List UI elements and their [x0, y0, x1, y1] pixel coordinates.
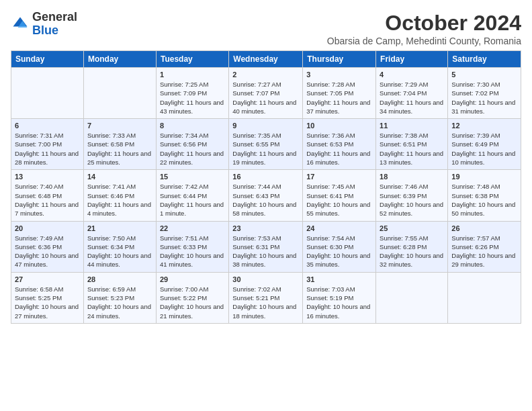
calendar-week-3: 13Sunrise: 7:40 AM Sunset: 6:48 PM Dayli… [11, 170, 521, 221]
logo-general: General [32, 10, 77, 24]
day-info: Sunrise: 7:28 AM Sunset: 7:05 PM Dayligh… [306, 80, 372, 116]
day-info: Sunrise: 7:31 AM Sunset: 7:00 PM Dayligh… [15, 131, 80, 167]
calendar-cell: 31Sunrise: 7:03 AM Sunset: 5:19 PM Dayli… [303, 272, 376, 323]
day-info: Sunrise: 7:45 AM Sunset: 6:41 PM Dayligh… [306, 182, 372, 218]
day-info: Sunrise: 7:40 AM Sunset: 6:48 PM Dayligh… [15, 182, 80, 218]
day-info: Sunrise: 7:35 AM Sunset: 6:55 PM Dayligh… [232, 131, 299, 167]
calendar-cell: 8Sunrise: 7:34 AM Sunset: 6:56 PM Daylig… [156, 119, 228, 170]
day-info: Sunrise: 7:03 AM Sunset: 5:19 PM Dayligh… [306, 285, 372, 320]
weekday-header-tuesday: Tuesday [156, 51, 228, 68]
day-info: Sunrise: 7:42 AM Sunset: 6:44 PM Dayligh… [160, 182, 225, 218]
weekday-header-wednesday: Wednesday [229, 51, 303, 68]
day-number: 25 [380, 224, 444, 232]
day-number: 23 [232, 224, 299, 232]
day-number: 14 [87, 173, 152, 181]
calendar-cell: 19Sunrise: 7:48 AM Sunset: 6:38 PM Dayli… [448, 170, 521, 221]
logo-blue: Blue [32, 24, 58, 37]
calendar-cell: 28Sunrise: 6:59 AM Sunset: 5:23 PM Dayli… [83, 272, 156, 323]
day-number: 15 [160, 173, 225, 181]
day-info: Sunrise: 7:00 AM Sunset: 5:22 PM Dayligh… [160, 285, 225, 320]
day-number: 8 [160, 122, 225, 130]
day-info: Sunrise: 7:57 AM Sunset: 6:26 PM Dayligh… [451, 234, 517, 269]
calendar-cell: 15Sunrise: 7:42 AM Sunset: 6:44 PM Dayli… [156, 170, 228, 221]
day-info: Sunrise: 7:38 AM Sunset: 6:51 PM Dayligh… [380, 131, 444, 167]
calendar-cell: 30Sunrise: 7:02 AM Sunset: 5:21 PM Dayli… [229, 272, 303, 323]
calendar-cell: 24Sunrise: 7:54 AM Sunset: 6:30 PM Dayli… [303, 221, 376, 272]
title-block: October 2024 Obarsia de Camp, Mehedinti … [327, 11, 521, 46]
weekday-header-thursday: Thursday [303, 51, 376, 68]
calendar-cell: 7Sunrise: 7:33 AM Sunset: 6:58 PM Daylig… [83, 119, 156, 170]
weekday-header-monday: Monday [83, 51, 156, 68]
day-number: 7 [87, 122, 152, 130]
day-number: 27 [15, 275, 80, 283]
calendar-cell [11, 68, 84, 119]
calendar-table: SundayMondayTuesdayWednesdayThursdayFrid… [11, 50, 521, 324]
calendar-cell [448, 272, 521, 323]
calendar-cell: 18Sunrise: 7:46 AM Sunset: 6:39 PM Dayli… [376, 170, 448, 221]
day-info: Sunrise: 7:02 AM Sunset: 5:21 PM Dayligh… [232, 285, 299, 320]
weekday-header-friday: Friday [376, 51, 448, 68]
calendar-cell: 27Sunrise: 6:58 AM Sunset: 5:25 PM Dayli… [11, 272, 84, 323]
day-info: Sunrise: 7:54 AM Sunset: 6:30 PM Dayligh… [306, 234, 372, 269]
day-number: 28 [87, 275, 152, 283]
day-number: 4 [380, 71, 444, 79]
calendar-cell: 14Sunrise: 7:41 AM Sunset: 6:46 PM Dayli… [83, 170, 156, 221]
day-info: Sunrise: 7:34 AM Sunset: 6:56 PM Dayligh… [160, 131, 225, 167]
month-title: October 2024 [327, 11, 521, 36]
day-info: Sunrise: 7:46 AM Sunset: 6:39 PM Dayligh… [380, 182, 444, 218]
day-number: 22 [160, 224, 225, 232]
day-info: Sunrise: 7:53 AM Sunset: 6:31 PM Dayligh… [232, 234, 299, 269]
calendar-cell: 2Sunrise: 7:27 AM Sunset: 7:07 PM Daylig… [229, 68, 303, 119]
calendar-cell: 23Sunrise: 7:53 AM Sunset: 6:31 PM Dayli… [229, 221, 303, 272]
calendar-cell: 20Sunrise: 7:49 AM Sunset: 6:36 PM Dayli… [11, 221, 84, 272]
day-info: Sunrise: 6:59 AM Sunset: 5:23 PM Dayligh… [87, 285, 152, 320]
day-number: 10 [306, 122, 372, 130]
day-info: Sunrise: 7:49 AM Sunset: 6:36 PM Dayligh… [15, 234, 80, 269]
calendar-cell: 21Sunrise: 7:50 AM Sunset: 6:34 PM Dayli… [83, 221, 156, 272]
calendar-cell: 13Sunrise: 7:40 AM Sunset: 6:48 PM Dayli… [11, 170, 84, 221]
day-info: Sunrise: 7:25 AM Sunset: 7:09 PM Dayligh… [160, 80, 225, 116]
day-info: Sunrise: 7:29 AM Sunset: 7:04 PM Dayligh… [380, 80, 444, 116]
calendar-cell: 3Sunrise: 7:28 AM Sunset: 7:05 PM Daylig… [303, 68, 376, 119]
page-header: General Blue October 2024 Obarsia de Cam… [11, 11, 521, 46]
calendar-cell: 17Sunrise: 7:45 AM Sunset: 6:41 PM Dayli… [303, 170, 376, 221]
calendar-week-1: 1Sunrise: 7:25 AM Sunset: 7:09 PM Daylig… [11, 68, 521, 119]
calendar-week-4: 20Sunrise: 7:49 AM Sunset: 6:36 PM Dayli… [11, 221, 521, 272]
day-number: 16 [232, 173, 299, 181]
day-info: Sunrise: 7:48 AM Sunset: 6:38 PM Dayligh… [451, 182, 517, 218]
day-number: 3 [306, 71, 372, 79]
location-subtitle: Obarsia de Camp, Mehedinti County, Roman… [327, 36, 521, 46]
day-number: 2 [232, 71, 299, 79]
logo: General Blue [11, 11, 77, 38]
day-number: 9 [232, 122, 299, 130]
day-info: Sunrise: 7:27 AM Sunset: 7:07 PM Dayligh… [232, 80, 299, 116]
day-number: 21 [87, 224, 152, 232]
day-info: Sunrise: 7:51 AM Sunset: 6:33 PM Dayligh… [160, 234, 225, 269]
calendar-week-5: 27Sunrise: 6:58 AM Sunset: 5:25 PM Dayli… [11, 272, 521, 323]
calendar-week-2: 6Sunrise: 7:31 AM Sunset: 7:00 PM Daylig… [11, 119, 521, 170]
weekday-header-sunday: Sunday [11, 51, 84, 68]
calendar-cell: 16Sunrise: 7:44 AM Sunset: 6:43 PM Dayli… [229, 170, 303, 221]
weekday-header-row: SundayMondayTuesdayWednesdayThursdayFrid… [11, 51, 521, 68]
calendar-cell: 1Sunrise: 7:25 AM Sunset: 7:09 PM Daylig… [156, 68, 228, 119]
day-number: 30 [232, 275, 299, 283]
day-info: Sunrise: 7:36 AM Sunset: 6:53 PM Dayligh… [306, 131, 372, 167]
day-info: Sunrise: 7:44 AM Sunset: 6:43 PM Dayligh… [232, 182, 299, 218]
day-number: 20 [15, 224, 80, 232]
day-info: Sunrise: 6:58 AM Sunset: 5:25 PM Dayligh… [15, 285, 80, 320]
calendar-cell: 9Sunrise: 7:35 AM Sunset: 6:55 PM Daylig… [229, 119, 303, 170]
day-number: 13 [15, 173, 80, 181]
day-number: 11 [380, 122, 444, 130]
day-number: 18 [380, 173, 444, 181]
calendar-cell: 25Sunrise: 7:55 AM Sunset: 6:28 PM Dayli… [376, 221, 448, 272]
weekday-header-saturday: Saturday [448, 51, 521, 68]
day-info: Sunrise: 7:50 AM Sunset: 6:34 PM Dayligh… [87, 234, 152, 269]
day-info: Sunrise: 7:55 AM Sunset: 6:28 PM Dayligh… [380, 234, 444, 269]
calendar-cell: 4Sunrise: 7:29 AM Sunset: 7:04 PM Daylig… [376, 68, 448, 119]
day-info: Sunrise: 7:41 AM Sunset: 6:46 PM Dayligh… [87, 182, 152, 218]
day-number: 26 [451, 224, 517, 232]
calendar-cell: 22Sunrise: 7:51 AM Sunset: 6:33 PM Dayli… [156, 221, 228, 272]
day-number: 12 [451, 122, 517, 130]
day-number: 24 [306, 224, 372, 232]
day-info: Sunrise: 7:39 AM Sunset: 6:49 PM Dayligh… [451, 131, 517, 167]
